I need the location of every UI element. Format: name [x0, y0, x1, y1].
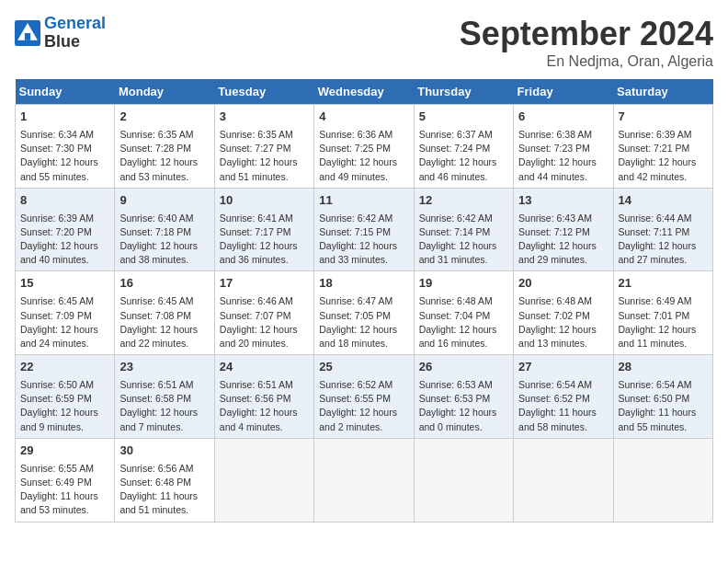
- calendar-cell-9: 9Sunrise: 6:40 AM Sunset: 7:18 PM Daylig…: [115, 188, 214, 271]
- calendar-week-5: 29Sunrise: 6:55 AM Sunset: 6:49 PM Dayli…: [16, 438, 713, 522]
- calendar-cell-5: 5Sunrise: 6:37 AM Sunset: 7:24 PM Daylig…: [414, 105, 513, 189]
- calendar-cell-21: 21Sunrise: 6:49 AM Sunset: 7:01 PM Dayli…: [613, 271, 712, 355]
- calendar-cell-13: 13Sunrise: 6:43 AM Sunset: 7:12 PM Dayli…: [514, 188, 613, 271]
- calendar-week-4: 22Sunrise: 6:50 AM Sunset: 6:59 PM Dayli…: [16, 355, 713, 439]
- header-cell-saturday: Saturday: [613, 79, 712, 105]
- month-title: September 2024: [460, 15, 713, 53]
- calendar-cell-2: 2Sunrise: 6:35 AM Sunset: 7:28 PM Daylig…: [115, 105, 214, 189]
- header-cell-tuesday: Tuesday: [214, 79, 313, 105]
- location-subtitle: En Nedjma, Oran, Algeria: [460, 53, 713, 70]
- calendar-cell-17: 17Sunrise: 6:46 AM Sunset: 7:07 PM Dayli…: [214, 271, 313, 355]
- calendar-cell-11: 11Sunrise: 6:42 AM Sunset: 7:15 PM Dayli…: [314, 188, 414, 271]
- calendar-cell-22: 22Sunrise: 6:50 AM Sunset: 6:59 PM Dayli…: [16, 355, 115, 439]
- calendar-cell-6: 6Sunrise: 6:38 AM Sunset: 7:23 PM Daylig…: [514, 105, 613, 189]
- calendar-cell-empty: [613, 438, 712, 522]
- calendar-cell-25: 25Sunrise: 6:52 AM Sunset: 6:55 PM Dayli…: [314, 355, 414, 439]
- calendar-cell-29: 29Sunrise: 6:55 AM Sunset: 6:49 PM Dayli…: [16, 438, 115, 522]
- calendar-cell-7: 7Sunrise: 6:39 AM Sunset: 7:21 PM Daylig…: [613, 105, 712, 189]
- calendar-cell-3: 3Sunrise: 6:35 AM Sunset: 7:27 PM Daylig…: [214, 105, 313, 189]
- calendar-cell-empty: [514, 438, 613, 522]
- calendar-cell-20: 20Sunrise: 6:48 AM Sunset: 7:02 PM Dayli…: [514, 271, 613, 355]
- calendar-cell-27: 27Sunrise: 6:54 AM Sunset: 6:52 PM Dayli…: [514, 355, 613, 439]
- calendar-cell-14: 14Sunrise: 6:44 AM Sunset: 7:11 PM Dayli…: [613, 188, 712, 271]
- title-block: September 2024 En Nedjma, Oran, Algeria: [460, 15, 713, 70]
- calendar-week-1: 1Sunrise: 6:34 AM Sunset: 7:30 PM Daylig…: [16, 105, 713, 189]
- svg-rect-2: [25, 33, 30, 40]
- calendar-cell-empty: [314, 438, 414, 522]
- calendar-cell-1: 1Sunrise: 6:34 AM Sunset: 7:30 PM Daylig…: [16, 105, 115, 189]
- calendar-cell-10: 10Sunrise: 6:41 AM Sunset: 7:17 PM Dayli…: [214, 188, 313, 271]
- logo-icon: [15, 20, 40, 46]
- header-cell-thursday: Thursday: [414, 79, 513, 105]
- calendar-header: SundayMondayTuesdayWednesdayThursdayFrid…: [16, 79, 713, 105]
- calendar-cell-12: 12Sunrise: 6:42 AM Sunset: 7:14 PM Dayli…: [414, 188, 513, 271]
- calendar-cell-26: 26Sunrise: 6:53 AM Sunset: 6:53 PM Dayli…: [414, 355, 513, 439]
- calendar-cell-4: 4Sunrise: 6:36 AM Sunset: 7:25 PM Daylig…: [314, 105, 414, 189]
- calendar-cell-8: 8Sunrise: 6:39 AM Sunset: 7:20 PM Daylig…: [16, 188, 115, 271]
- header-cell-sunday: Sunday: [16, 79, 115, 105]
- calendar-cell-23: 23Sunrise: 6:51 AM Sunset: 6:58 PM Dayli…: [115, 355, 214, 439]
- calendar-table: SundayMondayTuesdayWednesdayThursdayFrid…: [15, 79, 713, 523]
- calendar-cell-24: 24Sunrise: 6:51 AM Sunset: 6:56 PM Dayli…: [214, 355, 313, 439]
- logo: GeneralBlue: [15, 15, 106, 52]
- calendar-week-2: 8Sunrise: 6:39 AM Sunset: 7:20 PM Daylig…: [16, 188, 713, 271]
- calendar-cell-16: 16Sunrise: 6:45 AM Sunset: 7:08 PM Dayli…: [115, 271, 214, 355]
- calendar-cell-empty: [214, 438, 313, 522]
- calendar-cell-28: 28Sunrise: 6:54 AM Sunset: 6:50 PM Dayli…: [613, 355, 712, 439]
- header-cell-monday: Monday: [115, 79, 214, 105]
- header-cell-wednesday: Wednesday: [314, 79, 414, 105]
- header-row: SundayMondayTuesdayWednesdayThursdayFrid…: [16, 79, 713, 105]
- page-header: GeneralBlue September 2024 En Nedjma, Or…: [15, 15, 713, 70]
- calendar-week-3: 15Sunrise: 6:45 AM Sunset: 7:09 PM Dayli…: [16, 271, 713, 355]
- header-cell-friday: Friday: [514, 79, 613, 105]
- calendar-cell-empty: [414, 438, 513, 522]
- calendar-cell-30: 30Sunrise: 6:56 AM Sunset: 6:48 PM Dayli…: [115, 438, 214, 522]
- calendar-cell-19: 19Sunrise: 6:48 AM Sunset: 7:04 PM Dayli…: [414, 271, 513, 355]
- logo-text: GeneralBlue: [44, 15, 106, 52]
- calendar-cell-15: 15Sunrise: 6:45 AM Sunset: 7:09 PM Dayli…: [16, 271, 115, 355]
- calendar-body: 1Sunrise: 6:34 AM Sunset: 7:30 PM Daylig…: [16, 105, 713, 523]
- calendar-cell-18: 18Sunrise: 6:47 AM Sunset: 7:05 PM Dayli…: [314, 271, 414, 355]
